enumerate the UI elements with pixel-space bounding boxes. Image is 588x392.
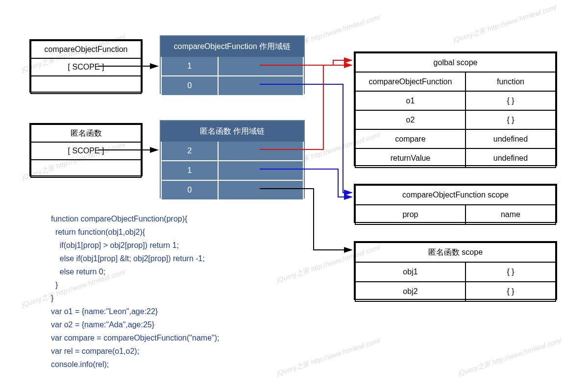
chain-index: 0 bbox=[161, 76, 218, 96]
table-cell: name bbox=[466, 205, 556, 224]
box-title: 匿名函数 bbox=[31, 124, 141, 142]
scope-label: [ SCOPE ] bbox=[31, 142, 141, 160]
watermark: jQuery之家 http://www.htmleaf.com/ bbox=[276, 336, 382, 378]
table-cell: undefined bbox=[466, 129, 556, 148]
chain-index: 0 bbox=[161, 180, 218, 200]
chain-ref bbox=[218, 56, 303, 76]
table-cell: compare bbox=[355, 129, 466, 148]
anon-scope-table: 匿名函数 scope obj1{ } obj2{ } bbox=[354, 241, 557, 300]
scope-chain-header: compareObjectFunction 作用域链 bbox=[161, 37, 303, 56]
code-snippet: function compareObjectFunction(prop){ re… bbox=[51, 212, 220, 371]
chain-index: 1 bbox=[161, 161, 218, 180]
table-header: golbal scope bbox=[355, 53, 556, 72]
box-title: compareObjectFunction bbox=[31, 41, 141, 58]
table-header: 匿名函数 scope bbox=[355, 243, 556, 262]
empty-cell bbox=[31, 76, 141, 94]
scope-chain-header: 匿名函数 作用域链 bbox=[161, 122, 303, 141]
chain-ref bbox=[218, 141, 303, 161]
chain-index: 1 bbox=[161, 56, 218, 76]
table-cell: returnValue bbox=[355, 148, 466, 168]
table-cell: { } bbox=[466, 262, 556, 282]
watermark: jQuery之家 http://www.htmleaf.com/ bbox=[452, 3, 558, 45]
scope-label: [ SCOPE ] bbox=[31, 58, 141, 76]
watermark: jQuery之家 http://www.htmleaf.com/ bbox=[457, 336, 563, 378]
chain-ref bbox=[218, 180, 303, 200]
table-cell: { } bbox=[466, 110, 556, 129]
chain-index: 2 bbox=[161, 141, 218, 161]
table-cell: undefined bbox=[466, 148, 556, 168]
table-cell: obj2 bbox=[355, 282, 466, 301]
compare-object-function-box: compareObjectFunction [ SCOPE ] bbox=[29, 39, 143, 93]
anonymous-function-box: 匿名函数 [ SCOPE ] bbox=[29, 123, 143, 176]
table-cell: compareObjectFunction bbox=[355, 72, 466, 91]
table-cell: o2 bbox=[355, 110, 466, 129]
table-cell: function bbox=[466, 72, 556, 91]
table-cell: o1 bbox=[355, 91, 466, 110]
global-scope-table: golbal scope compareObjectFunctionfuncti… bbox=[354, 51, 557, 166]
table-cell: { } bbox=[466, 282, 556, 301]
chain-ref bbox=[218, 161, 303, 180]
scope-chain-1: compareObjectFunction 作用域链 1 0 bbox=[160, 35, 305, 94]
empty-cell bbox=[31, 160, 141, 177]
table-header: compareObjectFunction scope bbox=[355, 185, 556, 205]
table-cell: obj1 bbox=[355, 262, 466, 282]
scope-chain-2: 匿名函数 作用域链 2 1 0 bbox=[160, 120, 305, 198]
table-cell: prop bbox=[355, 205, 466, 224]
chain-ref bbox=[218, 76, 303, 96]
table-cell: { } bbox=[466, 91, 556, 110]
cof-scope-table: compareObjectFunction scope propname bbox=[354, 184, 557, 223]
